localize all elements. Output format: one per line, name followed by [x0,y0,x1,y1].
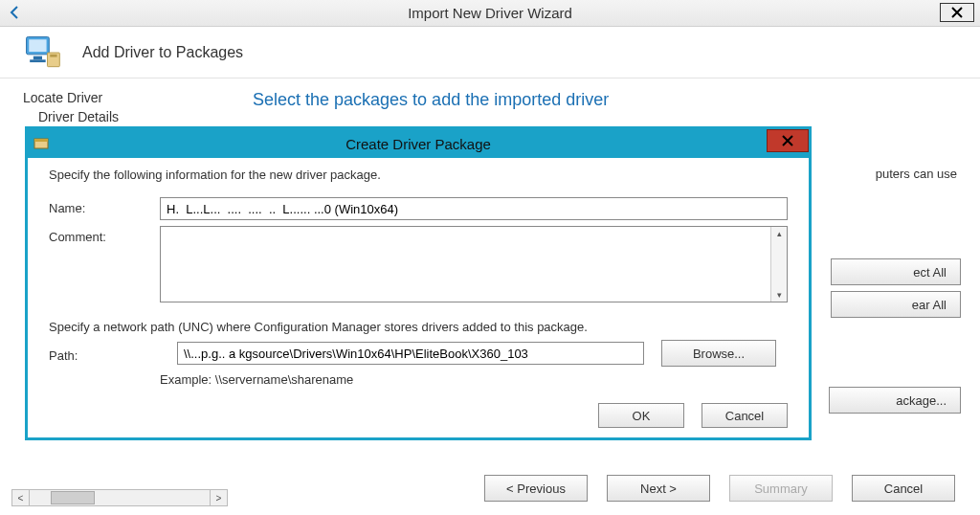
wizard-close-button[interactable] [940,3,974,22]
svg-rect-2 [33,56,42,59]
button-label: Cancel [725,409,764,423]
wizard-cancel-button[interactable]: Cancel [852,475,955,502]
unc-instruction: Specify a network path (UNC) where Confi… [49,320,788,334]
content-heading: Select the packages to add the imported … [253,90,961,110]
summary-button: Summary [729,475,833,502]
svg-rect-1 [29,39,46,52]
name-label: Name: [49,197,160,215]
path-example: Example: \\servername\sharename [160,372,788,387]
button-label: ear All [912,298,947,312]
button-label: ackage... [896,393,947,408]
select-all-button[interactable]: ect All [831,258,961,285]
svg-rect-7 [34,139,48,142]
content-subtext-fragment: puters can use [876,167,957,181]
new-package-button[interactable]: ackage... [829,387,961,414]
sidebar-item-label: Locate Driver [23,90,102,105]
wizard-title: Import New Driver Wizard [408,5,572,21]
create-driver-package-dialog: Create Driver Package Specify the follow… [25,126,812,440]
new-package-button-row: ackage... [829,387,961,414]
clear-all-button[interactable]: ear All [831,291,961,318]
scroll-up-arrow-icon[interactable]: ▴ [777,229,782,238]
path-field-row: Path: Browse... [49,340,788,367]
wizard-footer: < Previous Next > Summary Cancel [0,469,980,507]
button-label: OK [633,409,651,423]
dialog-body: Specify the following information for th… [28,158,809,437]
back-arrow-icon[interactable] [8,5,23,20]
button-label: < Previous [506,481,566,496]
button-label: Cancel [884,481,923,496]
sidebar-item-driver-details[interactable]: Driver Details [0,107,234,126]
svg-rect-3 [30,59,45,62]
dialog-title: Create Driver Package [345,136,491,152]
dialog-close-button[interactable] [767,129,809,152]
dialog-titlebar[interactable]: Create Driver Package [28,129,809,158]
textarea-scrollbar[interactable]: ▴ ▾ [770,227,787,302]
dialog-button-row: OK Cancel [598,403,788,428]
svg-rect-5 [50,54,56,56]
comment-textarea[interactable]: ▴ ▾ [160,226,788,302]
button-label: Summary [754,481,808,496]
close-icon [951,7,963,18]
close-icon [782,135,793,146]
wizard-header: Add Driver to Packages [0,27,980,78]
wizard-header-title: Add Driver to Packages [82,44,243,61]
dialog-instruction: Specify the following information for th… [49,168,788,182]
path-label: Path: [49,345,160,363]
button-label: Next > [640,481,677,496]
name-field-row: Name: [49,197,788,220]
wizard-titlebar: Import New Driver Wizard [0,0,980,27]
name-input[interactable] [160,197,788,220]
comment-field-row: Comment: ▴ ▾ [49,226,788,302]
sidebar-item-locate-driver[interactable]: Locate Driver [0,88,234,107]
dialog-cancel-button[interactable]: Cancel [702,403,788,428]
previous-button[interactable]: < Previous [484,475,588,502]
next-button[interactable]: Next > [607,475,710,502]
package-icon [33,135,49,150]
scroll-down-arrow-icon[interactable]: ▾ [777,290,782,300]
button-label: ect All [913,265,947,280]
path-input[interactable] [177,342,644,365]
ok-button[interactable]: OK [598,403,684,428]
sidebar-item-label: Driver Details [38,109,119,124]
comment-label: Comment: [49,226,160,244]
button-label: Browse... [693,347,745,361]
driver-wizard-icon [21,32,63,74]
side-button-column: ect All ear All [831,258,961,324]
browse-button[interactable]: Browse... [661,340,776,367]
